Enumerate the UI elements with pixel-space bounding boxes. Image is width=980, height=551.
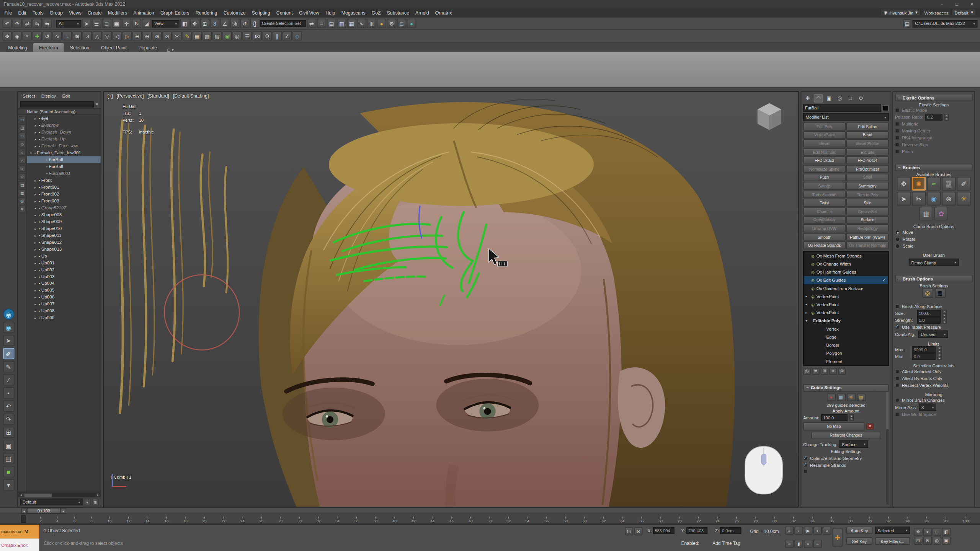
checkbox-icon[interactable] (895, 325, 899, 329)
brush-preset-button[interactable]: ▒ (942, 177, 956, 191)
stack-tool-icon[interactable]: ⊞ (821, 368, 828, 375)
hair-tool-icon[interactable]: ▷ (122, 31, 132, 41)
window-control-icon[interactable]: □ (952, 2, 961, 7)
change-tracking-dropdown[interactable]: Surface ▾ (839, 440, 868, 448)
listener-line[interactable]: Ornatrix Error: (0, 538, 39, 551)
modifier-toggle-icon[interactable]: ◎ (811, 286, 815, 290)
tree-row[interactable]: ▸ ▪ Up009 (27, 314, 101, 321)
checkbox-icon[interactable] (895, 383, 899, 387)
expand-arrow-icon[interactable]: ▸ (33, 316, 38, 320)
menu-item[interactable]: Views (66, 10, 85, 15)
tree-row[interactable]: ▸ ▪ Front002 (27, 191, 101, 197)
expand-arrow-icon[interactable]: ▸ (33, 227, 38, 230)
modifier-button[interactable]: Shell (846, 173, 889, 181)
hair-tool-icon[interactable]: ≋ (72, 31, 82, 41)
hair-tool-icon[interactable]: ▨ (212, 31, 222, 41)
modifier-list-dropdown[interactable]: Modifier List ▾ (803, 113, 889, 121)
viewport-nav-icon[interactable]: ⊞ (914, 536, 923, 544)
world-space-checkbox[interactable]: Use World Space (895, 411, 972, 418)
max-spinner[interactable]: ▴▾ (938, 346, 942, 353)
toolbar-icon[interactable]: ⊞ (200, 19, 209, 28)
display-filter-icon[interactable]: ✕ (19, 205, 26, 212)
hair-tool-icon[interactable]: ⊖ (142, 31, 152, 41)
hair-tool-icon[interactable]: ◁ (113, 31, 122, 41)
comb-mode-radio[interactable]: Rotate (895, 236, 972, 243)
display-filter-icon[interactable]: ⊟ (19, 116, 26, 123)
guide-settings-rollout-header[interactable]: − Guide Settings (803, 384, 889, 392)
toolbar-icon[interactable]: ∠ (220, 19, 229, 28)
brush-preset-button[interactable]: ≈ (927, 177, 941, 191)
clear-search-icon[interactable]: ✕ (95, 101, 99, 106)
key-filters-button[interactable]: Key Filters... (875, 537, 910, 545)
menu-item[interactable]: Substance (384, 10, 412, 15)
hair-tool-icon[interactable]: △ (93, 31, 102, 41)
hair-tool-icon[interactable]: Ω (263, 31, 272, 41)
panel-tab-icon[interactable]: ▣ (824, 94, 833, 102)
tree-row[interactable]: ▸ ▪ Shape009 (27, 218, 101, 225)
expand-arrow-icon[interactable]: ▸ (33, 302, 38, 306)
toolbar-icon[interactable]: ● (377, 19, 386, 28)
expand-arrow-icon[interactable]: ▸ (33, 254, 38, 258)
stack-tool-icon[interactable]: ≣ (812, 368, 820, 375)
modifier-button[interactable]: Unwrap UVW (803, 224, 846, 232)
tree-row[interactable]: ▸ ▪ Up003 (27, 273, 101, 280)
modifier-button[interactable]: Skin (846, 199, 889, 207)
hair-tool-icon[interactable]: ⋈ (253, 31, 262, 41)
toolbar-icon[interactable]: ⇄ (23, 19, 32, 28)
toolbar-icon[interactable]: ◧ (180, 19, 189, 28)
modifier-button[interactable]: Push (803, 173, 846, 181)
modifier-toggle-icon[interactable]: ◎ (811, 302, 815, 306)
hair-tool-icon[interactable]: ◇ (292, 31, 302, 41)
toolbar-icon[interactable]: ✛ (122, 19, 131, 28)
elastic-option-checkbox[interactable]: Pinch (895, 148, 972, 155)
toolbar-icon[interactable]: % (230, 19, 239, 28)
guide-mode-icon[interactable]: ▤ (857, 393, 866, 401)
viewport-label-item[interactable]: [Default Shading] (173, 93, 209, 99)
ribbon-tab[interactable]: Selection (64, 43, 95, 52)
toolbar-icon[interactable]: ☰ (92, 19, 101, 28)
side-tool-icon[interactable]: • (3, 387, 14, 398)
modifier-button[interactable]: FFD 3x3x3 (803, 156, 846, 165)
side-tool-icon[interactable]: ✎ (3, 361, 14, 372)
tree-row[interactable]: ▪ FurBall001 (27, 170, 101, 177)
display-filter-icon[interactable]: ○ (19, 149, 26, 156)
modifier-button[interactable]: Bend (846, 131, 889, 139)
mirror-brush-checkbox[interactable]: Mirror Brush Changes (895, 397, 972, 404)
modifier-toggle-icon[interactable]: ◎ (811, 270, 815, 274)
guide-mode-icon[interactable]: ≋ (846, 393, 855, 401)
expand-arrow-icon[interactable]: ▾ (805, 319, 809, 323)
workspace-dropdown[interactable]: Default ▾ (951, 9, 976, 16)
x-field[interactable]: 885.094 (653, 527, 675, 534)
tree-row[interactable]: ▸ ▪ Shape013 (27, 246, 101, 253)
max-field[interactable]: 9999.0 (912, 346, 936, 353)
object-name-field[interactable]: FurBall (803, 104, 881, 112)
menu-item[interactable]: Graph Editors (157, 10, 193, 15)
panel-tab-icon[interactable]: □ (846, 94, 855, 102)
side-tool-icon[interactable]: ✐ (3, 348, 14, 359)
menu-item[interactable]: Ornatrix (432, 10, 455, 15)
track-bar[interactable]: 0246810121416182022242628303234363840424… (0, 514, 980, 524)
modifier-button[interactable]: Symmetry (846, 182, 889, 190)
stack-row[interactable]: ▾ Editable Poly (804, 317, 888, 325)
toolbar-icon[interactable]: ▥ (337, 19, 346, 28)
toolbar-icon[interactable]: ● (407, 19, 416, 28)
maxscript-mini-listener[interactable]: macros.run 'M Ornatrix Error: (0, 525, 40, 551)
explorer-preset-dropdown[interactable]: Default ▾ (20, 499, 82, 505)
tree-row[interactable]: ▸ ▪ Shape010 (27, 225, 101, 232)
tree-row[interactable]: ▸ ▪ Up006 (27, 293, 101, 300)
min-field[interactable]: 0.0 (912, 353, 936, 360)
hair-tool-icon[interactable]: ∠ (283, 31, 292, 41)
expand-arrow-icon[interactable]: ▸ (33, 116, 38, 120)
named-selection-set-field[interactable]: Create Selection Set (260, 20, 306, 27)
menu-item[interactable]: Help (322, 10, 338, 15)
menu-item[interactable]: Edit (15, 10, 29, 15)
menu-item[interactable]: Megascans (338, 10, 369, 15)
display-filter-icon[interactable]: ☆ (19, 173, 26, 180)
brushes-header[interactable]: − Brushes (895, 164, 972, 171)
expand-arrow-icon[interactable]: ▸ (33, 130, 38, 134)
tree-row[interactable]: ▸ ▪ Front (27, 177, 101, 184)
brush-preset-button[interactable]: ➤ (897, 192, 911, 205)
explorer-menu-item[interactable]: Select (20, 93, 38, 99)
tree-row[interactable]: ▸ ▪ Female_Face_low (27, 142, 101, 149)
modifier-button[interactable]: Turn to Poly (846, 191, 889, 199)
